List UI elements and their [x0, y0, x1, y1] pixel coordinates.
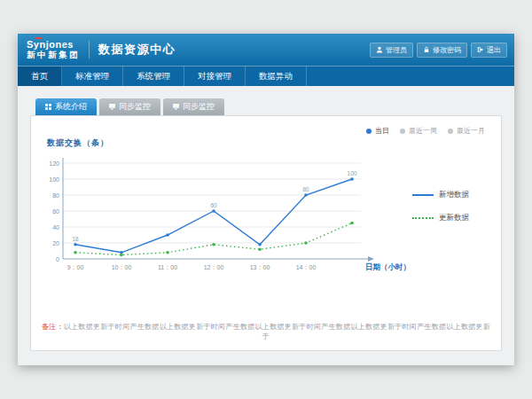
footnote: 备注：以上数据更新于时间产生数据以上数据更新于时间产生数据以上数据更新于时间产生…	[40, 315, 492, 341]
tab-label: 同步监控	[119, 101, 151, 113]
nav-item-system-mgmt[interactable]: 系统管理	[123, 66, 184, 86]
tab-bar: 系统介绍 同步监控 同步监控	[30, 98, 502, 115]
logo-text: Synjones	[27, 40, 80, 51]
filter-label: 最近一月	[457, 126, 485, 136]
range-filter-legend: 当日 最近一周 最近一月	[366, 126, 485, 136]
nav-item-label: 首页	[31, 71, 48, 82]
svg-text:11：00: 11：00	[158, 264, 177, 270]
nav-item-standard-mgmt[interactable]: 标准管理	[62, 66, 123, 86]
dot-icon	[366, 129, 372, 134]
solid-line-icon	[412, 194, 434, 196]
filter-label: 当日	[375, 126, 389, 136]
filter-today[interactable]: 当日	[366, 126, 389, 136]
y-axis-title: 数据交换（条）	[47, 137, 492, 149]
brand-logo: Synjones 新中新集团	[25, 40, 80, 59]
svg-text:12：00: 12：00	[204, 264, 224, 270]
exchange-line-chart: 0204060801001209：0010：0011：0012：0013：001…	[40, 153, 412, 286]
nav-item-connect-mgmt[interactable]: 对接管理	[184, 66, 246, 86]
svg-text:10：00: 10：00	[112, 264, 132, 270]
logout-button[interactable]: 退出	[471, 43, 507, 58]
header-divider	[89, 41, 90, 59]
svg-text:100: 100	[348, 170, 357, 176]
admin-button-label: 管理员	[386, 45, 407, 55]
change-password-label: 修改密码	[433, 45, 461, 55]
series-legend: 新增数据 更新数据	[412, 153, 489, 223]
main-nav: 首页 标准管理 系统管理 对接管理 数据异动	[18, 66, 514, 86]
content-area: 系统介绍 同步监控 同步监控 当日 最近一周	[18, 86, 514, 365]
user-actions: 管理员 修改密码 退出	[370, 43, 507, 58]
legend-label: 更新数据	[439, 213, 469, 223]
app-window: Synjones 新中新集团 数据资源中心 管理员 修改密码 退出 首页 标准管…	[18, 34, 514, 365]
logo-swoosh-icon	[35, 37, 43, 42]
svg-text:14：00: 14：00	[296, 264, 317, 270]
filter-last-week[interactable]: 最近一周	[400, 126, 437, 136]
admin-button[interactable]: 管理员	[370, 43, 413, 58]
chart-panel: 当日 最近一周 最近一月 数据交换（条） 0204060801001209：00…	[30, 115, 502, 351]
tab-sync-monitor-1[interactable]: 同步监控	[99, 98, 160, 115]
tab-system-intro[interactable]: 系统介绍	[35, 98, 97, 115]
legend-updated-data: 更新数据	[412, 213, 489, 223]
legend-new-data: 新增数据	[412, 190, 489, 200]
tab-label: 同步监控	[183, 101, 215, 113]
svg-text:9：00: 9：00	[67, 264, 84, 270]
footnote-label: 备注：	[42, 323, 64, 331]
monitor-icon	[109, 104, 115, 110]
filter-last-month[interactable]: 最近一月	[448, 126, 485, 136]
svg-text:120: 120	[49, 160, 59, 167]
top-header: Synjones 新中新集团 数据资源中心 管理员 修改密码 退出	[18, 34, 514, 66]
user-icon	[376, 46, 383, 53]
filter-label: 最近一周	[409, 126, 437, 136]
chart-row: 0204060801001209：0010：0011：0012：0013：001…	[40, 153, 492, 286]
nav-item-label: 对接管理	[198, 71, 231, 82]
svg-text:80: 80	[52, 192, 59, 199]
nav-item-data-change[interactable]: 数据异动	[246, 66, 307, 86]
change-password-button[interactable]: 修改密码	[417, 43, 467, 58]
svg-text:40: 40	[52, 224, 59, 231]
tab-sync-monitor-2[interactable]: 同步监控	[163, 98, 224, 115]
tab-label: 系统介绍	[55, 101, 87, 113]
svg-text:60: 60	[52, 208, 59, 215]
lock-icon	[423, 46, 430, 53]
dot-icon	[448, 129, 453, 134]
nav-item-label: 系统管理	[137, 71, 170, 82]
svg-text:18: 18	[72, 236, 79, 242]
legend-label: 新增数据	[439, 190, 469, 200]
logout-icon	[477, 46, 484, 53]
dot-icon	[400, 129, 405, 134]
svg-text:0: 0	[56, 256, 59, 262]
footnote-text: 以上数据更新于时间产生数据以上数据更新于时间产生数据以上数据更新于时间产生数据以…	[64, 323, 490, 340]
nav-item-label: 标准管理	[75, 71, 109, 82]
svg-text:100: 100	[49, 176, 59, 183]
svg-text:60: 60	[210, 202, 217, 208]
svg-text:80: 80	[302, 186, 309, 192]
svg-text:20: 20	[52, 240, 59, 246]
page-title: 数据资源中心	[98, 42, 176, 58]
logout-label: 退出	[487, 45, 501, 55]
svg-text:13：00: 13：00	[250, 264, 270, 270]
svg-text:日期（小时）: 日期（小时）	[365, 262, 411, 271]
logo-company: 新中新集团	[27, 51, 80, 59]
nav-item-home[interactable]: 首页	[18, 66, 62, 86]
dotted-line-icon	[412, 217, 434, 219]
grid-icon	[45, 104, 51, 110]
monitor-icon	[173, 104, 179, 110]
nav-item-label: 数据异动	[259, 71, 293, 82]
